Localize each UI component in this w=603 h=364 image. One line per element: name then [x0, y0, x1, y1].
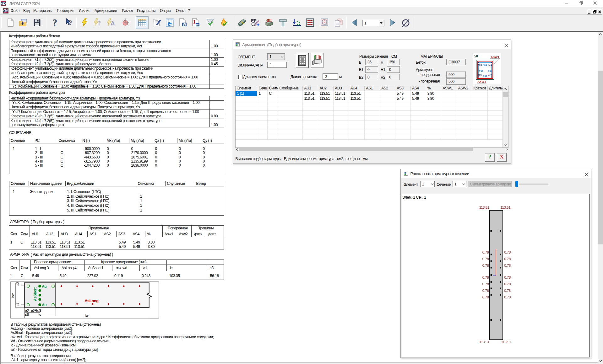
svg-text:AS3: AS3	[479, 70, 483, 73]
svg-text:a3: a3	[24, 312, 28, 316]
svg-text:ASW2: ASW2	[477, 80, 486, 83]
svg-text:?: ?	[98, 20, 101, 27]
svg-text:AS2: AS2	[482, 63, 487, 66]
svg-text:?: ?	[52, 18, 57, 27]
svg-text:S0: S0	[474, 54, 478, 58]
svg-text:W: W	[183, 23, 186, 26]
svg-text:AS4: AS4	[488, 70, 492, 73]
svg-text:AU1: AU1	[478, 74, 482, 77]
svg-text:AsLong: AsLong	[84, 299, 98, 303]
svg-text:bw: bw	[11, 293, 15, 298]
svg-text:A: A	[111, 20, 115, 27]
svg-text:ASW1: ASW1	[491, 55, 499, 59]
svg-text:a3'=a3+lc/2: a3'=a3+lc/2	[25, 308, 41, 312]
svg-text:a1: a1	[15, 303, 19, 306]
svg-text:AsShort: AsShort	[33, 287, 37, 301]
svg-text:Au: Au	[42, 303, 46, 307]
svg-text:lw: lw	[84, 313, 89, 318]
svg-text:w: w	[196, 23, 199, 26]
svg-text:1: 1	[193, 19, 196, 24]
svg-text:?: ?	[68, 19, 72, 27]
svg-text:AU2: AU2	[488, 74, 492, 77]
svg-text:a2: a2	[15, 282, 19, 285]
svg-text:lc: lc	[38, 312, 41, 316]
svg-text:Au: Au	[42, 284, 46, 288]
svg-text:AU4: AU4	[488, 64, 492, 67]
svg-text:AU3: AU3	[478, 64, 482, 67]
svg-text:AS1: AS1	[483, 75, 487, 78]
